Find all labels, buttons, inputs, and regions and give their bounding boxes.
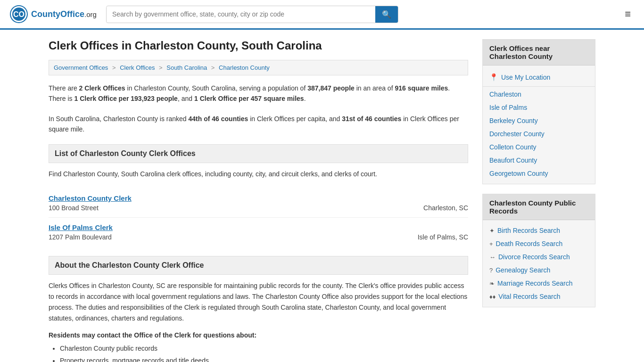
menu-icon[interactable]: ≡ (621, 6, 635, 22)
sidebar-public-records-box: Charleston County Public Records ✦ Birth… (482, 194, 595, 307)
sidebar-nearby-colleton[interactable]: Colleton County (483, 140, 595, 154)
death-records-icon: + (489, 240, 493, 247)
office-address-2: 1207 Palm Boulevard (49, 233, 112, 241)
vital-records-icon: ♦♦ (489, 293, 495, 300)
page-title: Clerk Offices in Charleston County, Sout… (49, 39, 468, 52)
breadcrumb: Government Offices > Clerk Offices > Sou… (49, 60, 468, 75)
sidebar-public-records-content: ✦ Birth Records Search + Death Records S… (483, 220, 595, 307)
genealogy-icon: ? (489, 267, 493, 274)
office-details-1: 100 Broad Street Charleston, SC (49, 204, 468, 212)
sidebar-nearby-content: 📍 Use My Location Charleston Isle of Pal… (483, 66, 595, 184)
sidebar-vital-records[interactable]: ♦♦ Vital Records Search (483, 290, 595, 303)
sidebar-nearby-beaufort[interactable]: Beaufort County (483, 154, 595, 167)
breadcrumb-sep-1: > (112, 64, 116, 71)
vital-records-link[interactable]: Vital Records Search (498, 293, 560, 300)
intro-paragraph-1: There are 2 Clerk Offices in Charleston … (49, 83, 468, 104)
use-location-link[interactable]: Use My Location (501, 74, 550, 81)
birth-records-link[interactable]: Birth Records Search (497, 227, 560, 234)
sidebar: Clerk Offices near Charleston County 📍 U… (482, 39, 595, 362)
sidebar-public-records-header: Charleston County Public Records (483, 194, 595, 220)
breadcrumb-gov-offices[interactable]: Government Offices (54, 64, 108, 71)
bullet-item-1: Charleston County public records (60, 343, 468, 354)
search-bar: 🔍 (106, 6, 398, 23)
sidebar-nearby-georgetown[interactable]: Georgetown County (483, 167, 595, 180)
logo-area[interactable]: CO CountyOffice.org (9, 5, 97, 24)
sidebar-nearby-box: Clerk Offices near Charleston County 📍 U… (482, 39, 595, 184)
sidebar-birth-records[interactable]: ✦ Birth Records Search (483, 224, 595, 237)
office-list-desc: Find Charleston County, South Carolina c… (49, 169, 468, 179)
marriage-records-link[interactable]: Marriage Records Search (497, 280, 573, 287)
breadcrumb-charleston-county[interactable]: Charleston County (219, 64, 270, 71)
office-list-header: List of Charleston County Clerk Offices (49, 144, 468, 163)
sidebar-nearby-charleston[interactable]: Charleston (483, 88, 595, 101)
office-entry-1: Charleston County Clerk 100 Broad Street… (49, 189, 468, 218)
office-city-2: Isle of Palms, SC (418, 233, 468, 241)
logo-icon: CO (9, 5, 28, 24)
residents-label: Residents may contact the Office of the … (49, 331, 468, 339)
intro-paragraph-2: In South Carolina, Charleston County is … (49, 114, 468, 135)
sidebar-death-records[interactable]: + Death Records Search (483, 237, 595, 250)
search-icon: 🔍 (382, 10, 391, 18)
office-city-1: Charleston, SC (423, 204, 468, 212)
birth-records-icon: ✦ (489, 227, 495, 234)
breadcrumb-sep-3: > (211, 64, 215, 71)
sidebar-nearby-dorchester[interactable]: Dorchester County (483, 127, 595, 140)
genealogy-link[interactable]: Genealogy Search (495, 266, 550, 274)
sidebar-nearby-berkeley[interactable]: Berkeley County (483, 114, 595, 127)
office-entry-2: Isle Of Palms Clerk 1207 Palm Boulevard … (49, 218, 468, 247)
sidebar-nearby-isle-of-palms[interactable]: Isle of Palms (483, 101, 595, 114)
about-text: Clerks Offices in Charleston County, SC … (49, 280, 468, 324)
content-area: Clerk Offices in Charleston County, Sout… (49, 39, 468, 362)
divorce-records-icon: ↔ (489, 254, 495, 261)
sidebar-genealogy-search[interactable]: ? Genealogy Search (483, 263, 595, 277)
divorce-records-link[interactable]: Divorce Records Search (498, 253, 570, 261)
sidebar-nearby-header: Clerk Offices near Charleston County (483, 40, 595, 66)
search-input[interactable] (107, 7, 375, 22)
sidebar-marriage-records[interactable]: ❧ Marriage Records Search (483, 277, 595, 290)
logo-text: CountyOffice.org (31, 9, 97, 19)
about-header: About the Charleston County Clerk Office (49, 256, 468, 275)
office-details-2: 1207 Palm Boulevard Isle of Palms, SC (49, 233, 468, 241)
office-address-1: 100 Broad Street (49, 204, 99, 212)
site-header: CO CountyOffice.org 🔍 ≡ (0, 0, 644, 30)
office-name-2[interactable]: Isle Of Palms Clerk (49, 223, 468, 231)
marriage-records-icon: ❧ (489, 280, 495, 287)
death-records-link[interactable]: Death Records Search (496, 240, 563, 247)
bullet-item-2: Property records, mortgage records and t… (60, 355, 468, 362)
office-list: Charleston County Clerk 100 Broad Street… (49, 189, 468, 247)
search-button[interactable]: 🔍 (375, 6, 398, 23)
breadcrumb-sep-2: > (159, 64, 163, 71)
office-name-1[interactable]: Charleston County Clerk (49, 194, 468, 202)
breadcrumb-south-carolina[interactable]: South Carolina (166, 64, 207, 71)
svg-text:CO: CO (13, 10, 25, 18)
sidebar-divider (483, 86, 595, 87)
breadcrumb-clerk-offices[interactable]: Clerk Offices (120, 64, 155, 71)
main-layout: Clerk Offices in Charleston County, Sout… (39, 30, 605, 362)
use-location-item[interactable]: 📍 Use My Location (483, 69, 595, 85)
residents-bullet-list: Charleston County public records Propert… (60, 343, 468, 362)
location-pin-icon: 📍 (489, 73, 498, 82)
sidebar-divorce-records[interactable]: ↔ Divorce Records Search (483, 250, 595, 263)
